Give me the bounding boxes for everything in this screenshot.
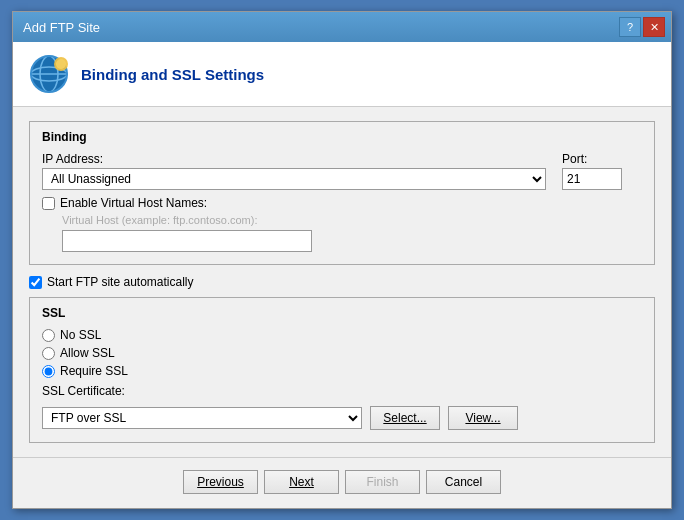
cancel-button[interactable]: Cancel: [426, 470, 501, 494]
svg-point-6: [56, 59, 66, 69]
virtual-host-label: Enable Virtual Host Names:: [60, 196, 207, 210]
help-button[interactable]: ?: [619, 17, 641, 37]
no-ssl-row: No SSL: [42, 328, 642, 342]
window: Add FTP Site ? ✕ Binding and SSL Setting…: [12, 11, 672, 509]
footer: Previous Next Finish Cancel: [13, 457, 671, 508]
virtual-host-checkbox-row: Enable Virtual Host Names:: [42, 196, 642, 210]
no-ssl-label: No SSL: [60, 328, 101, 342]
start-ftp-row: Start FTP site automatically: [29, 275, 655, 289]
ip-address-select[interactable]: All Unassigned: [42, 168, 546, 190]
ip-label: IP Address:: [42, 152, 546, 166]
content-area: Binding IP Address: All Unassigned Port:…: [13, 107, 671, 457]
next-label: Next: [289, 475, 314, 489]
title-bar: Add FTP Site ? ✕: [13, 12, 671, 42]
ssl-cert-select[interactable]: FTP over SSL: [42, 407, 362, 429]
allow-ssl-label: Allow SSL: [60, 346, 115, 360]
no-ssl-radio[interactable]: [42, 329, 55, 342]
port-input[interactable]: [562, 168, 622, 190]
virtual-host-input[interactable]: [62, 230, 312, 252]
ip-field-group: IP Address: All Unassigned: [42, 152, 546, 190]
view-button-label: View...: [465, 411, 500, 425]
window-title: Add FTP Site: [23, 20, 100, 35]
allow-ssl-row: Allow SSL: [42, 346, 642, 360]
require-ssl-row: Require SSL: [42, 364, 642, 378]
close-button[interactable]: ✕: [643, 17, 665, 37]
select-button-label: Select...: [383, 411, 426, 425]
require-ssl-label: Require SSL: [60, 364, 128, 378]
header-title: Binding and SSL Settings: [81, 66, 264, 83]
port-label: Port:: [562, 152, 642, 166]
ssl-group-label: SSL: [42, 306, 642, 320]
header-area: Binding and SSL Settings: [13, 42, 671, 107]
previous-label: Previous: [197, 475, 244, 489]
require-ssl-radio[interactable]: [42, 365, 55, 378]
previous-button[interactable]: Previous: [183, 470, 258, 494]
virtual-host-checkbox[interactable]: [42, 197, 55, 210]
finish-button: Finish: [345, 470, 420, 494]
binding-group: Binding IP Address: All Unassigned Port:…: [29, 121, 655, 265]
ssl-cert-label: SSL Certificate:: [42, 384, 125, 398]
port-field-group: Port:: [562, 152, 642, 190]
ssl-group: SSL No SSL Allow SSL Require SSL SSL Cer…: [29, 297, 655, 443]
view-button[interactable]: View...: [448, 406, 518, 430]
binding-group-label: Binding: [42, 130, 642, 144]
globe-icon: [29, 54, 69, 94]
cancel-label: Cancel: [445, 475, 482, 489]
title-bar-buttons: ? ✕: [619, 17, 665, 37]
next-button[interactable]: Next: [264, 470, 339, 494]
virtual-host-placeholder-label: Virtual Host (example: ftp.contoso.com):: [62, 214, 642, 226]
start-ftp-label: Start FTP site automatically: [47, 275, 194, 289]
start-ftp-checkbox[interactable]: [29, 276, 42, 289]
allow-ssl-radio[interactable]: [42, 347, 55, 360]
binding-row: IP Address: All Unassigned Port:: [42, 152, 642, 190]
ssl-cert-label-row: SSL Certificate:: [42, 384, 642, 398]
finish-label: Finish: [366, 475, 398, 489]
ssl-cert-row: FTP over SSL Select... View...: [42, 406, 642, 430]
select-button[interactable]: Select...: [370, 406, 440, 430]
